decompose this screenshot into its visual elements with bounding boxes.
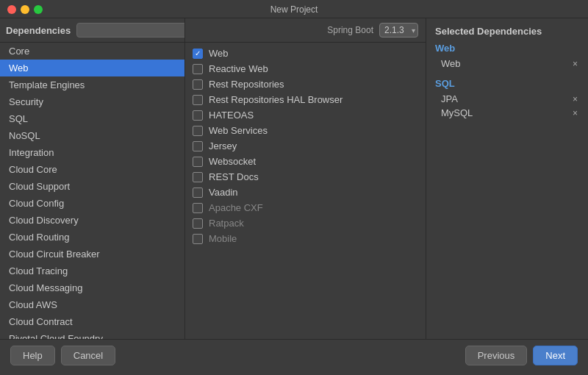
dep-label: Mobile [209, 233, 237, 244]
dependency-item[interactable]: Websocket [185, 154, 426, 169]
remove-dependency-button[interactable]: × [571, 59, 579, 69]
remove-dependency-button[interactable]: × [571, 94, 579, 104]
dependency-item[interactable]: Ratpack [185, 215, 426, 231]
dep-checkbox[interactable] [193, 95, 203, 105]
sidebar-item[interactable]: Cloud Core [0, 161, 184, 178]
dependency-item[interactable]: Rest Repositories [185, 76, 426, 92]
dep-checkbox[interactable] [193, 141, 203, 151]
selected-item-label: MySQL [441, 107, 473, 118]
dependencies-list: WebReactive WebRest RepositoriesRest Rep… [185, 43, 426, 339]
dependency-item[interactable]: Web Services [185, 123, 426, 138]
dep-checkbox[interactable] [193, 234, 203, 244]
dependency-item[interactable]: Vaadin [185, 185, 426, 200]
dependency-item[interactable]: Rest Repositories HAL Browser [185, 92, 426, 107]
next-button[interactable]: Next [533, 346, 578, 365]
spring-boot-version-wrapper: 2.1.3 2.1.2 2.0.9 [379, 23, 418, 38]
sidebar-item[interactable]: Cloud Circuit Breaker [0, 246, 184, 262]
sidebar-header: Dependencies [0, 18, 184, 43]
selected-group-title: SQL [435, 78, 579, 89]
cancel-button[interactable]: Cancel [61, 346, 115, 365]
sidebar-item[interactable]: Cloud Config [0, 195, 184, 212]
selected-group: WebWeb× [435, 43, 579, 71]
selected-groups-container: WebWeb×SQLJPA×MySQL× [435, 43, 579, 120]
dep-label: Jersey [209, 140, 237, 151]
sidebar-item[interactable]: SQL [0, 110, 184, 127]
dep-label: Websocket [209, 156, 256, 167]
dep-checkbox[interactable] [193, 218, 203, 229]
selected-dependencies-title: Selected Dependencies [435, 26, 579, 37]
dep-label: Web [209, 48, 229, 59]
sidebar-item[interactable]: Cloud Discovery [0, 212, 184, 229]
sidebar-item[interactable]: Cloud Messaging [0, 279, 184, 296]
dep-checkbox[interactable] [193, 172, 203, 182]
dependency-item[interactable]: HATEOAS [185, 107, 426, 123]
dep-label: Web Services [209, 125, 268, 136]
dep-label: Rest Repositories [209, 79, 284, 90]
spring-boot-label: Spring Boot [327, 25, 373, 35]
sidebar-item[interactable]: Pivotal Cloud Foundry [0, 330, 184, 339]
selected-item-row: MySQL× [435, 106, 579, 120]
dep-checkbox[interactable] [193, 79, 203, 90]
selected-item-row: JPA× [435, 92, 579, 106]
traffic-lights [7, 5, 43, 14]
dependency-item[interactable]: Mobile [185, 231, 426, 246]
dependency-item[interactable]: Web [185, 46, 426, 61]
selected-item-label: Web [441, 58, 461, 69]
sidebar: Dependencies CoreWebTemplate EnginesSecu… [0, 18, 185, 339]
selected-item-label: JPA [441, 93, 458, 104]
bottom-bar: Help Cancel Previous Next [0, 339, 588, 371]
dep-label: HATEOAS [209, 110, 254, 121]
sidebar-item[interactable]: Cloud Contract [0, 313, 184, 330]
dep-label: Rest Repositories HAL Browser [209, 94, 343, 105]
sidebar-item[interactable]: Cloud Routing [0, 229, 184, 246]
sidebar-item[interactable]: Integration [0, 144, 184, 161]
dep-checkbox[interactable] [193, 203, 203, 213]
dep-label: Apache CXF [209, 202, 263, 213]
title-bar: New Project [0, 0, 588, 18]
bottom-left-buttons: Help Cancel [10, 346, 115, 365]
sidebar-item[interactable]: Cloud Tracing [0, 262, 184, 279]
dependency-item[interactable]: REST Docs [185, 169, 426, 185]
main-content: Dependencies CoreWebTemplate EnginesSecu… [0, 18, 588, 339]
dep-label: Vaadin [209, 187, 238, 198]
dependency-item[interactable]: Jersey [185, 138, 426, 154]
right-panel: Selected Dependencies WebWeb×SQLJPA×MySQ… [426, 18, 588, 339]
dep-checkbox[interactable] [193, 49, 203, 59]
dep-checkbox[interactable] [193, 110, 203, 121]
search-input[interactable] [76, 23, 185, 38]
sidebar-item[interactable]: Security [0, 93, 184, 110]
dep-label: Ratpack [209, 218, 244, 229]
spring-boot-version-select[interactable]: 2.1.3 2.1.2 2.0.9 [379, 23, 418, 38]
window-title: New Project [270, 4, 318, 15]
dep-checkbox[interactable] [193, 64, 203, 74]
sidebar-item[interactable]: Cloud AWS [0, 296, 184, 313]
dep-label: Reactive Web [209, 63, 268, 74]
bottom-right-buttons: Previous Next [465, 346, 578, 365]
minimize-button[interactable] [21, 5, 29, 14]
sidebar-item[interactable]: Template Engines [0, 76, 184, 93]
remove-dependency-button[interactable]: × [571, 108, 579, 118]
sidebar-item[interactable]: Cloud Support [0, 178, 184, 195]
dep-label: REST Docs [209, 171, 259, 182]
sidebar-title: Dependencies [6, 25, 71, 36]
selected-item-row: Web× [435, 57, 579, 71]
sidebar-item[interactable]: NoSQL [0, 127, 184, 144]
sidebar-item[interactable]: Web [0, 60, 184, 76]
close-button[interactable] [7, 5, 16, 14]
dependency-item[interactable]: Apache CXF [185, 200, 426, 215]
dependency-item[interactable]: Reactive Web [185, 61, 426, 76]
help-button[interactable]: Help [10, 346, 55, 365]
sidebar-item[interactable]: Core [0, 43, 184, 60]
selected-group-title: Web [435, 43, 579, 54]
maximize-button[interactable] [34, 5, 43, 14]
center-header: Spring Boot 2.1.3 2.1.2 2.0.9 [185, 18, 426, 43]
dep-checkbox[interactable] [193, 157, 203, 167]
selected-group: SQLJPA×MySQL× [435, 78, 579, 120]
dep-checkbox[interactable] [193, 188, 203, 198]
previous-button[interactable]: Previous [465, 346, 528, 365]
sidebar-list: CoreWebTemplate EnginesSecuritySQLNoSQLI… [0, 43, 184, 339]
center-panel: Spring Boot 2.1.3 2.1.2 2.0.9 WebReactiv… [185, 18, 426, 339]
dep-checkbox[interactable] [193, 126, 203, 136]
